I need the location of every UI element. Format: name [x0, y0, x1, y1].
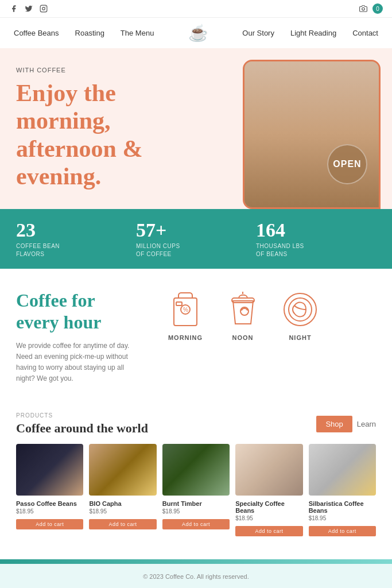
hours-text: Coffee for every hour We provide coffee …: [16, 289, 142, 385]
footer-strip: [0, 559, 392, 564]
stat-thousand-lbs: 164 THOUSAND LBS OF BEANS: [256, 219, 376, 258]
footer-bottom: © 2023 Coffee Co. All rights reserved.: [0, 564, 392, 588]
nav-contact[interactable]: Contact: [352, 29, 378, 37]
social-icons: [9, 4, 48, 13]
hour-night: NIGHT: [280, 289, 320, 341]
nav-the-menu[interactable]: The Menu: [121, 29, 154, 37]
products-header: PRODUCTS Coffee around the world Shop Le…: [16, 412, 376, 436]
coffee-hours-section: Coffee for every hour We provide coffee …: [0, 269, 392, 401]
open-sign: OPEN: [327, 144, 367, 184]
hours-icons: % MORNING NOON: [165, 289, 376, 347]
nav-left: Coffee Beans Roasting The Menu: [14, 29, 154, 37]
instagram-icon[interactable]: [39, 4, 48, 13]
top-bar-right: 0: [359, 3, 383, 14]
add-to-cart-4[interactable]: Add to cart: [235, 526, 302, 536]
stats-bar: 23 COFFEE BEAN FLAVORS 57+ MILLION CUPS …: [0, 209, 392, 269]
products-label: PRODUCTS: [16, 412, 148, 419]
product-name-5: Silbaristica Coffee Beans: [309, 500, 376, 514]
hero-person-image: [244, 61, 379, 207]
top-bar: 0: [0, 0, 392, 18]
shop-button[interactable]: Shop: [316, 416, 352, 432]
product-name-2: BIO Capha: [89, 500, 156, 507]
footer-text: © 2023 Coffee Co. All rights reserved.: [16, 573, 376, 580]
hero-heading: Enjoy the morning, afternoon & evening.: [16, 79, 227, 190]
camera-icon[interactable]: [359, 4, 368, 13]
stat-label-3: THOUSAND LBS OF BEANS: [256, 242, 376, 258]
hero-label: WITH COFFEE: [16, 67, 227, 74]
product-card-5: Silbaristica Coffee Beans $18.95 Add to …: [309, 444, 376, 536]
nav-our-story[interactable]: Our Story: [242, 29, 274, 37]
product-card-1: Passo Coffee Beans $18.95 Add to cart: [16, 444, 83, 536]
add-to-cart-5[interactable]: Add to cart: [309, 526, 376, 536]
noon-icon: [223, 289, 263, 330]
add-to-cart-3[interactable]: Add to cart: [162, 519, 230, 529]
navigation: Coffee Beans Roasting The Menu ☕ Our Sto…: [0, 18, 392, 48]
stat-number-2: 57+: [136, 219, 256, 241]
product-name-1: Passo Coffee Beans: [16, 500, 83, 507]
product-price-4: $18.95: [235, 515, 302, 521]
product-image-1: [16, 444, 83, 496]
stat-number-3: 164: [256, 219, 376, 241]
nav-logo[interactable]: ☕: [188, 24, 208, 42]
night-icon: [280, 289, 320, 330]
learn-button[interactable]: Learn: [357, 420, 376, 428]
products-section: PRODUCTS Coffee around the world Shop Le…: [0, 401, 392, 548]
product-card-4: Specialty Coffee Beans $18.95 Add to car…: [235, 444, 302, 536]
svg-rect-0: [40, 5, 47, 12]
svg-rect-7: [176, 302, 182, 305]
noon-label: NOON: [232, 334, 254, 341]
stat-million-cups: 57+ MILLION CUPS OF COFFEE: [136, 219, 256, 258]
product-image-4: [235, 444, 302, 496]
cart-badge[interactable]: 0: [372, 3, 383, 14]
product-price-2: $18.95: [89, 508, 156, 514]
stat-label-2: MILLION CUPS OF COFFEE: [136, 242, 256, 258]
hero-text: WITH COFFEE Enjoy the morning, afternoon…: [0, 48, 243, 209]
hour-noon: NOON: [223, 289, 263, 341]
product-image-2: [89, 444, 156, 496]
stat-coffee-bean-flavors: 23 COFFEE BEAN FLAVORS: [16, 219, 136, 258]
nav-right: Our Story Light Reading Contact: [242, 29, 378, 37]
product-price-5: $18.95: [309, 515, 376, 521]
product-image-5: [309, 444, 376, 496]
add-to-cart-1[interactable]: Add to cart: [16, 519, 83, 529]
product-name-3: Burnt Timber: [162, 500, 230, 507]
product-price-1: $18.95: [16, 508, 83, 514]
product-price-3: $18.95: [162, 508, 230, 514]
facebook-icon[interactable]: [9, 4, 18, 13]
hours-description: We provide coffee for anytime of day. Ne…: [16, 341, 142, 385]
product-name-4: Specialty Coffee Beans: [235, 500, 302, 514]
products-grid: Passo Coffee Beans $18.95 Add to cart BI…: [16, 444, 376, 536]
svg-point-1: [42, 7, 45, 10]
hero-section: WITH COFFEE Enjoy the morning, afternoon…: [0, 48, 392, 209]
nav-light-reading[interactable]: Light Reading: [290, 29, 336, 37]
stat-number-1: 23: [16, 219, 136, 241]
nav-roasting[interactable]: Roasting: [75, 29, 104, 37]
product-image-3: [162, 444, 230, 496]
stat-label-1: COFFEE BEAN FLAVORS: [16, 242, 136, 258]
hour-morning: % MORNING: [165, 289, 205, 341]
product-card-3: Burnt Timber $18.95 Add to cart: [162, 444, 230, 536]
products-actions: Shop Learn: [316, 416, 376, 432]
morning-icon: %: [165, 289, 205, 330]
svg-text:%: %: [183, 307, 188, 313]
svg-point-2: [45, 6, 46, 7]
twitter-icon[interactable]: [24, 4, 33, 13]
night-label: NIGHT: [289, 334, 311, 341]
hero-image-box: OPEN: [243, 60, 381, 209]
hours-heading: Coffee for every hour: [16, 289, 142, 334]
products-title: Coffee around the world: [16, 421, 148, 436]
hero-image-wrap: OPEN: [243, 48, 392, 209]
svg-point-3: [362, 7, 365, 10]
morning-label: MORNING: [168, 334, 203, 341]
product-card-2: BIO Capha $18.95 Add to cart: [89, 444, 156, 536]
nav-coffee-beans[interactable]: Coffee Beans: [14, 29, 59, 37]
add-to-cart-2[interactable]: Add to cart: [89, 519, 156, 529]
products-heading-group: PRODUCTS Coffee around the world: [16, 412, 148, 436]
